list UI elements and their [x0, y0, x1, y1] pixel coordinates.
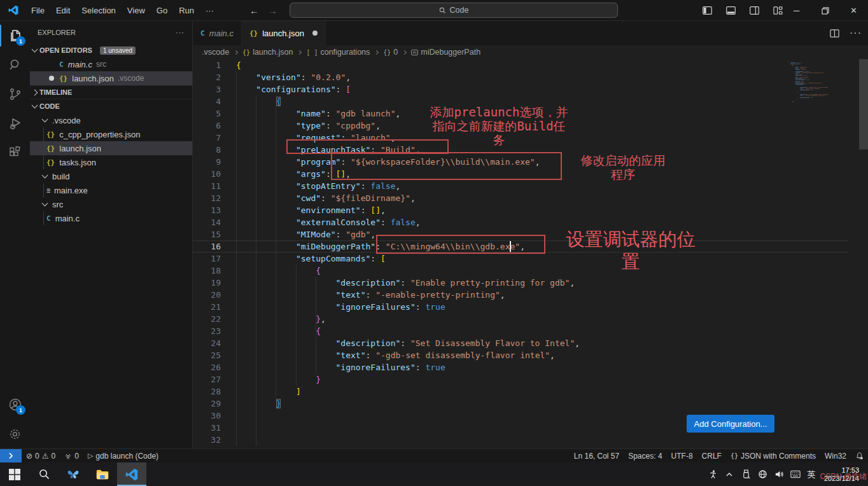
code-line[interactable]: 2 "version": "0.2.0", — [193, 71, 868, 83]
cursor-position[interactable]: Ln 16, Col 57 — [570, 449, 624, 463]
tab-launch-json[interactable]: {}launch.json — [242, 21, 326, 45]
settings-button[interactable] — [0, 419, 30, 448]
tree-item-src[interactable]: src — [30, 197, 192, 211]
butterfly-app-icon — [66, 468, 80, 482]
ports-indicator[interactable]: 0 — [60, 449, 83, 463]
activity-run-debug-button[interactable] — [0, 109, 30, 138]
add-configuration-button[interactable]: Add Configuration... — [687, 415, 774, 433]
breadcrumb-item[interactable]: {}0 — [383, 48, 398, 57]
code-line[interactable]: 22 }, — [193, 313, 868, 325]
usb-tray-icon[interactable] — [738, 462, 753, 486]
accessibility-tray-icon[interactable] — [705, 462, 720, 486]
minimap[interactable]: { "version": "0.2.0", "configurations": … — [788, 60, 848, 239]
activity-search-button[interactable] — [0, 50, 30, 80]
platform-indicator[interactable]: Win32 — [820, 449, 851, 463]
line-number: 24 — [193, 337, 221, 349]
vertical-scrollbar[interactable] — [859, 59, 868, 149]
nav-back-icon[interactable]: ← — [249, 5, 259, 16]
code-line[interactable]: 20 "text": "-enable-pretty-printing", — [193, 289, 868, 301]
close-window-button[interactable]: ✕ — [839, 0, 868, 21]
menu-item-view[interactable]: View — [122, 4, 151, 17]
debug-target[interactable]: ▷ gdb launch (Code) — [83, 449, 163, 463]
taskbar-file-explorer[interactable] — [88, 462, 117, 486]
notifications-bell[interactable] — [851, 449, 868, 463]
code-line[interactable]: 1{ — [193, 59, 868, 71]
code-line[interactable]: 11 "stopAtEntry": false, — [193, 180, 868, 192]
tray-overflow-chevron-icon[interactable] — [722, 462, 737, 486]
code-line[interactable]: 32 — [193, 434, 868, 446]
menu-item-file[interactable]: File — [25, 4, 50, 17]
project-header[interactable]: CODE — [30, 99, 192, 113]
code-line[interactable]: 24 "description": "Set Disassembly Flavo… — [193, 337, 868, 349]
open-editors-header[interactable]: OPEN EDITORS 1 unsaved — [30, 43, 192, 57]
timeline-header[interactable]: TIMELINE — [30, 85, 192, 99]
volume-icon[interactable] — [771, 462, 787, 486]
toggle-panel-icon[interactable] — [726, 6, 736, 15]
code-line[interactable]: 12 "cwd": "${fileDirname}", — [193, 192, 868, 204]
ime-language-indicator[interactable]: 英 — [804, 462, 818, 486]
code-line[interactable]: 18 { — [193, 265, 868, 277]
code-line[interactable]: 28 ] — [193, 385, 868, 398]
menu-item-go[interactable]: Go — [151, 4, 173, 17]
tree-item-main-c[interactable]: Cmain.c — [30, 211, 192, 225]
nav-forward-icon[interactable]: → — [268, 5, 277, 16]
explorer-more-actions-icon[interactable]: ··· — [176, 29, 185, 36]
breadcrumb-item[interactable]: .vscode — [202, 48, 229, 57]
tree-item-tasks-json[interactable]: {}tasks.json — [30, 155, 192, 169]
taskbar-vscode[interactable] — [117, 462, 146, 486]
activity-extensions-button[interactable] — [0, 138, 30, 167]
toggle-secondary-sidebar-icon[interactable] — [750, 6, 759, 15]
tree-item-build[interactable]: build — [30, 169, 192, 183]
command-center-search[interactable]: Code — [290, 3, 618, 18]
tree-item--vscode[interactable]: .vscode — [30, 113, 192, 127]
breadcrumb-item[interactable]: {}launch.json — [242, 48, 293, 57]
code-line[interactable]: 26 "ignoreFailures": true — [193, 361, 868, 373]
code-line[interactable]: 29 } — [193, 398, 868, 410]
breadcrumb-item[interactable]: miDebuggerPath — [411, 48, 480, 57]
chevron-down-icon — [42, 200, 48, 207]
open-editor-item[interactable]: Cmain.csrc — [30, 57, 192, 71]
toggle-sidebar-icon[interactable] — [703, 6, 712, 15]
code-line[interactable]: 21 "ignoreFailures": true — [193, 301, 868, 313]
minimize-button[interactable]: ─ — [782, 0, 811, 21]
restore-button[interactable] — [811, 0, 839, 21]
encoding[interactable]: UTF-8 — [667, 449, 697, 463]
tab-main-c[interactable]: Cmain.c — [193, 21, 242, 45]
code-line[interactable]: 19 "description": "Enable pretty-printin… — [193, 277, 868, 289]
menu-item-[interactable]: ··· — [200, 4, 220, 17]
code-line[interactable]: 13 "environment": [], — [193, 204, 868, 216]
language-mode[interactable]: {} JSON with Comments — [726, 449, 820, 463]
breadcrumb-item[interactable]: [ ]configurations — [306, 48, 370, 57]
code-editor[interactable]: 1{2 "version": "0.2.0",3 "configurations… — [193, 59, 868, 448]
problems-indicator[interactable]: ⊘ 0 ⚠ 0 — [22, 449, 60, 463]
folder-icon — [95, 468, 109, 482]
tree-item-main-exe[interactable]: ≡main.exe — [30, 183, 192, 197]
code-line[interactable]: 23 { — [193, 325, 868, 337]
customize-layout-icon[interactable] — [773, 6, 783, 15]
menu-item-selection[interactable]: Selection — [76, 4, 121, 17]
taskbar-app-butterfly[interactable] — [59, 462, 88, 486]
activity-explorer-button[interactable]: 1 — [0, 21, 30, 50]
accounts-button[interactable]: 1 — [0, 390, 30, 419]
code-line[interactable]: 27 } — [193, 373, 868, 385]
start-button[interactable] — [0, 462, 29, 486]
menu-item-edit[interactable]: Edit — [50, 4, 76, 17]
open-editor-item[interactable]: {}launch.json.vscode — [30, 71, 192, 85]
split-editor-icon[interactable] — [830, 29, 839, 38]
editor-more-actions-icon[interactable]: ··· — [850, 27, 862, 39]
menu-item-run[interactable]: Run — [173, 4, 200, 17]
taskbar-search-button[interactable] — [29, 462, 59, 486]
network-globe-icon[interactable] — [755, 462, 770, 486]
activity-source-control-button[interactable] — [0, 80, 30, 109]
code-line[interactable]: 3 "configurations": [ — [193, 83, 868, 95]
tree-item-launch-json[interactable]: {}launch.json — [30, 141, 192, 155]
keyboard-ime-icon[interactable] — [788, 462, 803, 486]
code-line[interactable]: 17 "setupCommands": [ — [193, 253, 868, 265]
tree-item-c-cpp-properties-json[interactable]: {}c_cpp_properties.json — [30, 127, 192, 141]
line-number: 3 — [193, 83, 221, 95]
code-line[interactable]: 25 "text": "-gdb-set disassembly-flavor … — [193, 349, 868, 361]
code-line[interactable]: 14 "externalConsole": false, — [193, 216, 868, 228]
eol-sequence[interactable]: CRLF — [697, 449, 726, 463]
remote-indicator[interactable] — [0, 449, 22, 463]
indentation[interactable]: Spaces: 4 — [624, 449, 666, 463]
